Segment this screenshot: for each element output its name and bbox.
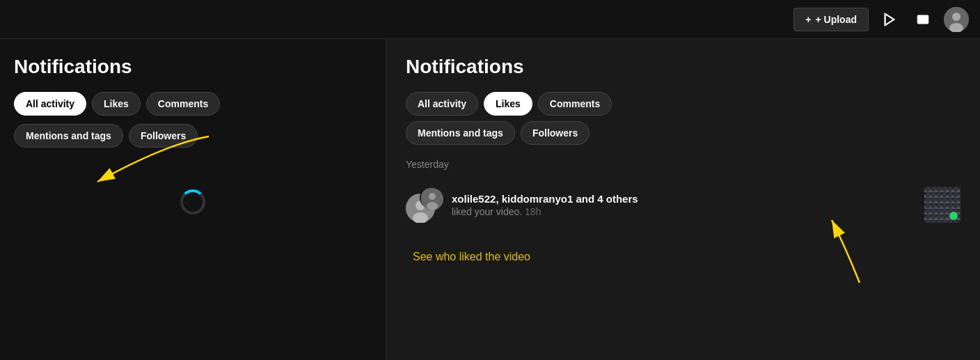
topbar: + + Upload bbox=[0, 0, 980, 39]
user-avatar-button[interactable] bbox=[944, 7, 969, 32]
plus-icon: + bbox=[805, 14, 811, 25]
upload-button[interactable]: + + Upload bbox=[793, 8, 869, 31]
right-filter-likes[interactable]: Likes bbox=[484, 92, 532, 116]
notification-time: 18h bbox=[525, 206, 541, 217]
right-filter-row-2: Mentions and tags Followers bbox=[406, 121, 961, 145]
notification-item: xolile522, kiddomranyo1 and 4 others lik… bbox=[406, 180, 961, 230]
svg-point-12 bbox=[427, 202, 438, 210]
svg-point-4 bbox=[952, 13, 961, 21]
left-filter-likes[interactable]: Likes bbox=[92, 92, 141, 116]
right-filter-mentions[interactable]: Mentions and tags bbox=[406, 121, 515, 145]
loading-area bbox=[14, 189, 372, 214]
left-notifications-panel: Notifications All activity Likes Comment… bbox=[0, 39, 386, 360]
notification-avatar-overlay bbox=[420, 187, 442, 209]
loading-spinner bbox=[180, 189, 205, 214]
thumbnail-image bbox=[924, 187, 961, 223]
left-filter-mentions[interactable]: Mentions and tags bbox=[14, 124, 123, 148]
share-icon-button[interactable] bbox=[877, 7, 902, 32]
left-filter-all-activity[interactable]: All activity bbox=[14, 92, 86, 116]
left-filter-row-1: All activity Likes Comments bbox=[14, 92, 372, 116]
left-filter-comments[interactable]: Comments bbox=[146, 92, 220, 116]
right-filter-all-activity[interactable]: All activity bbox=[406, 92, 478, 116]
left-filter-row-2: Mentions and tags Followers bbox=[14, 124, 372, 148]
right-panel-title: Notifications bbox=[406, 56, 961, 78]
svg-point-11 bbox=[429, 193, 436, 200]
upload-label: + Upload bbox=[815, 14, 857, 25]
right-notifications-panel: Notifications All activity Likes Comment… bbox=[386, 39, 980, 360]
section-label-yesterday: Yesterday bbox=[406, 159, 961, 170]
main-content: Notifications All activity Likes Comment… bbox=[0, 39, 980, 360]
see-who-liked-label: See who liked the video bbox=[406, 251, 961, 263]
svg-rect-2 bbox=[917, 15, 929, 24]
notification-text: xolile522, kiddomranyo1 and 4 others lik… bbox=[452, 193, 915, 217]
right-filter-followers[interactable]: Followers bbox=[521, 121, 590, 145]
message-icon-button[interactable] bbox=[910, 7, 935, 32]
left-filter-followers[interactable]: Followers bbox=[129, 124, 198, 148]
left-panel-title: Notifications bbox=[14, 56, 372, 78]
svg-marker-0 bbox=[885, 13, 894, 25]
right-filter-row-1: All activity Likes Comments bbox=[406, 92, 961, 116]
notification-avatar-stack bbox=[406, 187, 442, 223]
right-filter-comments[interactable]: Comments bbox=[538, 92, 612, 116]
notification-username: xolile522, kiddomranyo1 and 4 others bbox=[452, 193, 915, 205]
notification-thumbnail[interactable] bbox=[924, 187, 961, 223]
notification-action: liked your video. 18h bbox=[452, 206, 915, 217]
